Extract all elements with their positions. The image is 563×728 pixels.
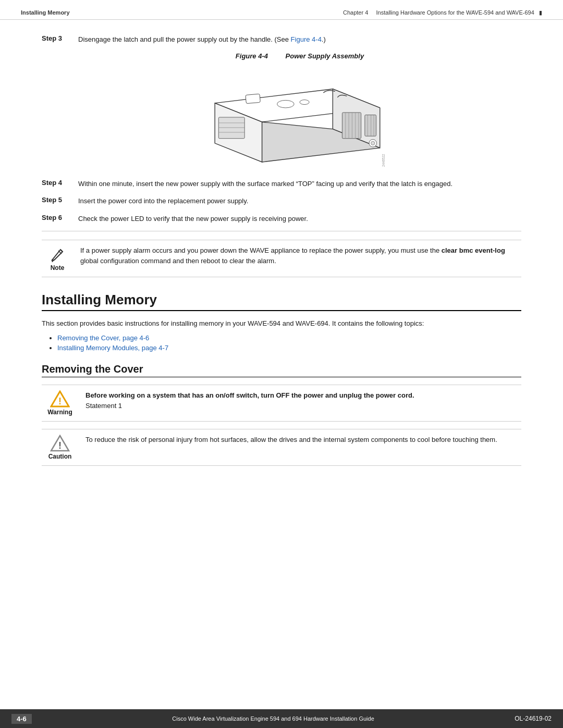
svg-text:2446522: 2446522	[382, 153, 385, 166]
step-3-row: Step 3 Disengage the latch and pull the …	[42, 34, 521, 45]
footer-doc-num: OL-24619-02	[515, 715, 552, 722]
installing-memory-links: Removing the Cover, page 4-6 Installing …	[57, 334, 521, 352]
warning-icon-area: ! Warning	[42, 390, 78, 416]
svg-point-22	[371, 141, 375, 145]
svg-rect-4	[246, 94, 260, 104]
step-3-label: Step 3	[42, 34, 69, 45]
step-6-text: Check the power LED to verify that the n…	[78, 214, 308, 224]
step-6-row: Step 6 Check the power LED to verify tha…	[42, 214, 521, 224]
caution-label: Caution	[48, 453, 72, 460]
header-chapter-title: Installing Hardware Options for the WAVE…	[376, 9, 534, 16]
header-chapter: Chapter 4 Installing Hardware Options fo…	[343, 9, 542, 16]
divider-1	[42, 231, 521, 231]
note-text-content: If a power supply alarm occurs and you p…	[80, 245, 521, 272]
note-box: Note If a power supply alarm occurs and …	[42, 240, 521, 277]
list-item-installing-modules: Installing Memory Modules, page 4-7	[57, 344, 521, 352]
footer-title: Cisco Wide Area Virtualization Engine 59…	[32, 715, 515, 722]
header-section-label: Installing Memory	[21, 9, 70, 16]
figure-4-4-container: Figure 4-4 Power Supply Assembly	[78, 52, 521, 169]
step-3-text: Disengage the latch and pull the power s…	[78, 34, 326, 45]
warning-triangle-icon: !	[50, 390, 70, 408]
removing-cover-link[interactable]: Removing the Cover, page 4-6	[57, 334, 149, 342]
list-item-removing-cover: Removing the Cover, page 4-6	[57, 334, 521, 342]
figure-number: Figure 4-4	[236, 52, 268, 60]
page-header: Installing Memory Chapter 4 Installing H…	[0, 0, 563, 20]
note-text-part2: global configuration command and then re…	[80, 257, 276, 265]
warning-bold-line: Before working on a system that has an o…	[85, 390, 414, 401]
note-text-part1: If a power supply alarm occurs and you p…	[80, 246, 442, 254]
warning-statement: Statement 1	[85, 401, 414, 411]
step-5-row: Step 5 Insert the power cord into the re…	[42, 196, 521, 206]
step-5-label: Step 5	[42, 196, 69, 206]
figure-image: 2446522	[78, 65, 521, 169]
step-6-label: Step 6	[42, 214, 69, 224]
svg-text:!: !	[58, 396, 62, 406]
note-label: Note	[51, 264, 65, 272]
caution-triangle-icon: !	[50, 435, 70, 452]
svg-text:!: !	[58, 440, 62, 451]
footer-page-num: 4-6	[11, 714, 32, 724]
installing-memory-heading: Installing Memory	[42, 292, 521, 311]
step-5-text: Insert the power cord into the replaceme…	[78, 196, 248, 206]
note-icon-area: Note	[42, 245, 73, 272]
svg-rect-15	[365, 115, 376, 136]
caution-text: To reduce the risk of personal injury fr…	[85, 436, 497, 443]
step-4-row: Step 4 Within one minute, insert the new…	[42, 179, 521, 189]
figure-4-4-link[interactable]: Figure 4-4	[291, 35, 322, 43]
note-pencil-icon	[48, 245, 67, 264]
removing-cover-heading: Removing the Cover	[42, 363, 521, 377]
warning-text-content: Before working on a system that has an o…	[85, 390, 414, 411]
caution-text-content: To reduce the risk of personal injury fr…	[85, 435, 497, 445]
figure-caption-text: Power Supply Assembly	[286, 52, 364, 60]
installing-memory-intro: This section provides basic instructions…	[42, 318, 521, 329]
page-footer: 4-6 Cisco Wide Area Virtualization Engin…	[0, 709, 563, 728]
power-supply-svg: 2446522	[201, 65, 399, 169]
warning-label: Warning	[47, 409, 72, 416]
step-4-text: Within one minute, insert the new power …	[78, 179, 452, 189]
figure-caption: Figure 4-4 Power Supply Assembly	[78, 52, 521, 60]
note-bold-text: clear bmc event-log	[442, 246, 505, 254]
caution-box: ! Caution To reduce the risk of personal…	[42, 429, 521, 466]
step-4-label: Step 4	[42, 179, 69, 189]
svg-rect-9	[342, 112, 361, 138]
header-chapter-num: Chapter 4	[343, 9, 368, 16]
caution-icon-area: ! Caution	[42, 435, 78, 460]
warning-box: ! Warning Before working on a system tha…	[42, 385, 521, 422]
svg-rect-5	[218, 117, 244, 139]
installing-modules-link[interactable]: Installing Memory Modules, page 4-7	[57, 344, 168, 352]
main-content: Step 3 Disengage the latch and pull the …	[0, 20, 563, 515]
